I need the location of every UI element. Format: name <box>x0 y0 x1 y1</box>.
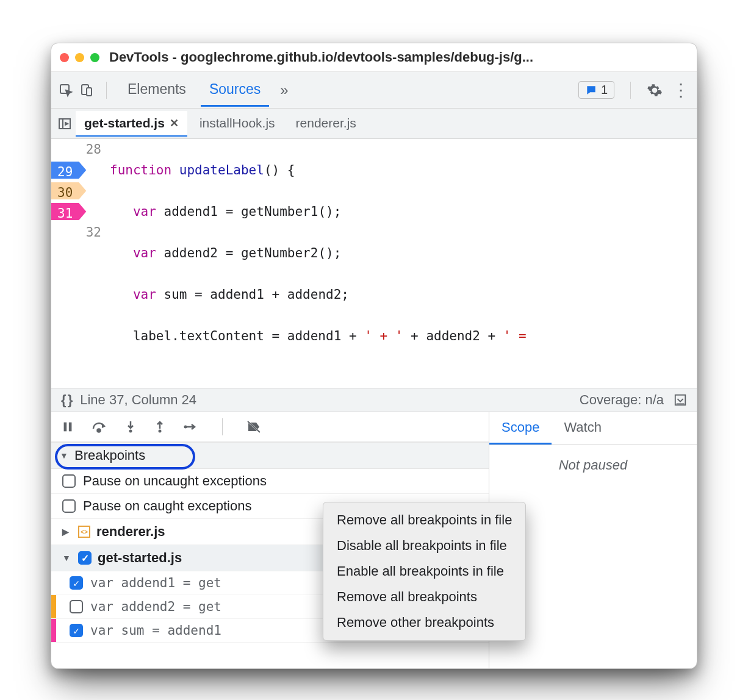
menu-enable-all-in-file[interactable]: Enable all breakpoints in file <box>323 559 525 584</box>
pause-icon[interactable] <box>61 420 74 434</box>
deactivate-breakpoints-icon[interactable] <box>246 420 262 434</box>
breakpoint-snippet: var addend1 = get <box>90 576 221 590</box>
menu-remove-all-in-file[interactable]: Remove all breakpoints in file <box>323 507 525 533</box>
close-tab-icon[interactable]: ✕ <box>170 116 179 130</box>
file-tab-label: renderer.js <box>296 116 356 130</box>
file-tab-label: installHook.js <box>200 116 275 130</box>
line-number[interactable]: 30 <box>57 182 77 203</box>
pretty-print-icon[interactable]: { } <box>61 392 71 408</box>
menu-disable-all-in-file[interactable]: Disable all breakpoints in file <box>323 533 525 559</box>
window-title: DevTools - googlechrome.github.io/devtoo… <box>109 49 533 65</box>
logpoint-stripe <box>51 619 56 642</box>
divider <box>630 82 631 99</box>
device-toggle-icon[interactable] <box>79 83 94 98</box>
devtools-window: DevTools - googlechrome.github.io/devtoo… <box>51 43 697 669</box>
disclosure-triangle-icon[interactable]: ▼ <box>62 553 72 563</box>
tab-elements[interactable]: Elements <box>119 74 195 107</box>
context-menu: Remove all breakpoints in file Disable a… <box>323 502 526 641</box>
titlebar: DevTools - googlechrome.github.io/devtoo… <box>51 43 697 72</box>
maximize-window-button[interactable] <box>90 53 99 62</box>
line-number: 28 <box>70 139 106 160</box>
checkbox[interactable] <box>62 474 76 488</box>
step-over-icon[interactable] <box>92 420 107 434</box>
checkbox[interactable] <box>70 600 83 613</box>
checkbox-label: Pause on caught exceptions <box>83 498 251 514</box>
code-area[interactable]: function updateLabel() { var addend1 = g… <box>106 139 697 388</box>
svg-rect-2 <box>87 88 92 96</box>
breakpoints-section-header[interactable]: ▼ Breakpoints <box>51 442 489 469</box>
svg-point-9 <box>98 429 101 432</box>
not-paused-text: Not paused <box>559 457 628 473</box>
issues-count: 1 <box>601 83 608 97</box>
divider <box>222 418 223 435</box>
disclosure-triangle-icon[interactable]: ▼ <box>60 451 70 460</box>
breakpoint-snippet: var addend2 = get <box>90 599 221 614</box>
editor-statusbar: { } Line 37, Column 24 Coverage: n/a <box>51 388 697 412</box>
svg-rect-8 <box>69 423 72 432</box>
step-out-icon[interactable] <box>154 420 166 434</box>
main-toolbar: Elements Sources » 1 ⋮ <box>51 72 697 109</box>
checkbox[interactable] <box>62 499 76 513</box>
file-tab-label: get-started.js <box>84 116 165 130</box>
checkbox[interactable] <box>70 624 83 637</box>
coverage-status: Coverage: n/a <box>580 392 664 408</box>
divider <box>106 82 107 99</box>
scope-body: Not paused <box>489 445 697 485</box>
breakpoint-snippet: var sum = addend1 <box>90 623 221 638</box>
line-number: 32 <box>70 222 106 243</box>
navigator-toggle-icon[interactable] <box>57 116 72 131</box>
close-window-button[interactable] <box>60 53 69 62</box>
conditional-stripe <box>51 595 56 618</box>
svg-point-10 <box>129 430 132 433</box>
pause-uncaught-row[interactable]: Pause on uncaught exceptions <box>51 469 489 494</box>
file-tab-bar: get-started.js ✕ installHook.js renderer… <box>51 109 697 139</box>
kebab-menu-icon[interactable]: ⋮ <box>672 87 689 93</box>
debug-controls <box>51 412 489 442</box>
line-number[interactable]: 29 <box>57 162 77 182</box>
inspect-element-icon[interactable] <box>59 83 73 98</box>
menu-remove-all[interactable]: Remove all breakpoints <box>323 584 525 610</box>
step-into-icon[interactable] <box>124 420 137 434</box>
tab-sources[interactable]: Sources <box>201 74 269 107</box>
watch-tab[interactable]: Watch <box>552 412 614 445</box>
checkbox[interactable] <box>78 551 92 565</box>
source-editor[interactable]: 28 29 ?30 ••31 32 function updateLabel()… <box>51 139 697 388</box>
js-file-icon: <> <box>78 526 90 538</box>
menu-remove-other[interactable]: Remove other breakpoints <box>323 610 525 635</box>
file-name: get-started.js <box>98 550 182 566</box>
minimize-window-button[interactable] <box>75 53 84 62</box>
file-tab-installhook[interactable]: installHook.js <box>191 111 284 137</box>
window-controls <box>60 53 99 62</box>
issues-badge[interactable]: 1 <box>578 81 614 99</box>
section-title: Breakpoints <box>74 448 145 463</box>
scope-tab[interactable]: Scope <box>489 412 552 445</box>
svg-point-11 <box>159 430 162 433</box>
collapse-icon[interactable] <box>674 393 687 407</box>
cursor-position: Line 37, Column 24 <box>80 392 196 408</box>
disclosure-triangle-icon[interactable]: ▶ <box>62 527 72 537</box>
checkbox-label: Pause on uncaught exceptions <box>83 473 267 489</box>
settings-icon[interactable] <box>647 82 663 98</box>
step-icon[interactable] <box>183 420 199 434</box>
file-tab-get-started[interactable]: get-started.js ✕ <box>76 111 187 137</box>
chat-icon <box>585 84 597 96</box>
file-name: renderer.js <box>96 524 165 540</box>
svg-point-12 <box>184 426 187 429</box>
more-tabs-icon[interactable]: » <box>275 82 293 99</box>
checkbox[interactable] <box>70 576 83 590</box>
svg-rect-7 <box>64 423 67 432</box>
gutter: 28 29 ?30 ••31 32 <box>51 139 106 388</box>
right-tabs: Scope Watch <box>489 412 697 445</box>
file-tab-renderer[interactable]: renderer.js <box>287 111 365 137</box>
